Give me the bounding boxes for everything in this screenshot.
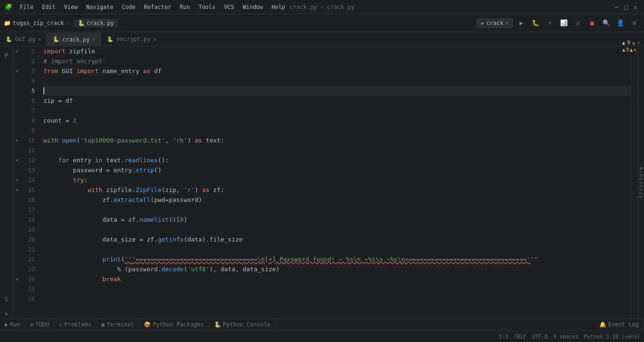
avatar-button[interactable]: 👤 bbox=[615, 17, 626, 29]
maximize-button[interactable]: □ bbox=[622, 3, 630, 11]
code-line-6: zip = df bbox=[43, 96, 631, 106]
tab-gui-icon: 🐍 bbox=[6, 36, 12, 42]
line-number-21: 21 bbox=[23, 244, 38, 254]
tab-encrypt-close[interactable]: ✕ bbox=[153, 37, 156, 42]
close-button[interactable]: ✕ bbox=[632, 3, 639, 11]
line-numbers: 1234567891011121314151617181920212223242… bbox=[23, 46, 40, 318]
cursor-position[interactable]: 5:1 bbox=[499, 334, 508, 340]
problems-tab[interactable]: ⚠ Problems bbox=[54, 319, 97, 331]
minimize-button[interactable]: ─ bbox=[613, 3, 620, 11]
code-line-19 bbox=[43, 225, 631, 234]
favorites-sidebar-icon[interactable]: ★ bbox=[1, 308, 12, 318]
terminal-tab[interactable]: ▣ Terminal bbox=[97, 319, 139, 331]
tab-encrypt[interactable]: 🐍 encrypt.py ✕ bbox=[101, 33, 162, 46]
run-tab-icon: ▶ bbox=[5, 321, 8, 328]
event-log-tab[interactable]: 🔔 Event Log bbox=[594, 319, 644, 331]
tab-crack-icon: 🐍 bbox=[53, 36, 59, 42]
code-line-16: zf.extractall(pwd=password) bbox=[43, 195, 631, 205]
code-line-23: % (password.decode('utf8'), data, data_s… bbox=[43, 264, 631, 274]
code-line-14: try: bbox=[43, 175, 631, 185]
editor-tabs: 🐍 GUI.py ✕ 🐍 crack.py ✕ 🐍 encrypt.py ✕ ▲… bbox=[0, 32, 644, 46]
settings-button[interactable]: ⚙ bbox=[629, 17, 640, 29]
line-number-14: 14 bbox=[23, 175, 38, 185]
menu-refactor[interactable]: Refactor bbox=[140, 3, 175, 11]
coverage-button[interactable]: ⚡ bbox=[544, 17, 555, 29]
line-number-1: 1 bbox=[23, 46, 38, 56]
window-title: crack.py - crack.py bbox=[289, 4, 354, 10]
search-button[interactable]: 🔍 bbox=[601, 17, 612, 29]
python-packages-tab[interactable]: 📦 Python Packages bbox=[139, 319, 209, 331]
line-number-26: 26 bbox=[23, 294, 38, 304]
window-controls: ─ □ ✕ bbox=[613, 3, 639, 11]
gutter-item-14[interactable]: ▼ bbox=[13, 175, 21, 185]
gutter-item-12[interactable]: ▼ bbox=[13, 155, 21, 165]
line-number-22: 22 bbox=[23, 254, 38, 264]
code-line-11 bbox=[43, 145, 631, 155]
menu-run[interactable]: Run bbox=[176, 3, 194, 11]
profile-button[interactable]: 📊 bbox=[558, 17, 570, 29]
rerun-button[interactable]: ↺ bbox=[572, 17, 584, 29]
code-line-4 bbox=[43, 76, 631, 86]
indent-setting[interactable]: 4 spaces bbox=[553, 334, 578, 340]
run-tab[interactable]: ▶ Run bbox=[0, 319, 25, 331]
code-line-10: with open('top10000-password.txt', 'rb')… bbox=[43, 135, 631, 145]
menu-window[interactable]: Window bbox=[239, 3, 267, 11]
gutter-item-15[interactable]: ▼ bbox=[13, 185, 21, 195]
menu-view[interactable]: View bbox=[60, 3, 82, 11]
menu-file[interactable]: File bbox=[16, 3, 37, 11]
line-number-25: 25 bbox=[23, 284, 38, 294]
gutter-item-18 bbox=[13, 215, 21, 225]
gutter-item-3[interactable]: ▼ bbox=[13, 66, 21, 76]
code-line-21 bbox=[43, 244, 631, 254]
code-gutter: ▼▼▼▼▼▼▼ bbox=[13, 46, 23, 318]
tab-encrypt-icon: 🐍 bbox=[107, 36, 114, 42]
todo-tab[interactable]: ≡ TODO bbox=[25, 319, 54, 331]
code-line-5 bbox=[43, 86, 631, 96]
gutter-item-20 bbox=[13, 234, 21, 244]
line-number-4: 4 bbox=[23, 76, 38, 86]
gutter-item-10[interactable]: ▼ bbox=[13, 135, 21, 145]
python-interpreter[interactable]: Python 3.10 (venv) bbox=[584, 334, 640, 340]
structure-panel[interactable]: Structure bbox=[637, 46, 644, 318]
problems-tab-label: Problems bbox=[64, 321, 91, 328]
tab-gui[interactable]: 🐍 GUI.py ✕ bbox=[0, 33, 47, 46]
editor-scrollbar[interactable]: ▲ 9 ▲ ▾ bbox=[631, 46, 637, 318]
run-button[interactable]: ▶ bbox=[516, 17, 527, 29]
menu-tools[interactable]: Tools bbox=[195, 3, 219, 11]
encoding[interactable]: UTF-8 bbox=[532, 334, 548, 340]
code-editor[interactable]: import zipfile# import encryptfrom GUI i… bbox=[40, 46, 631, 318]
stop-button[interactable]: ■ bbox=[586, 17, 598, 29]
gutter-item-24[interactable]: ▼ bbox=[13, 274, 21, 284]
title-bar: 🧩 File Edit View Navigate Code Refactor … bbox=[0, 0, 644, 14]
menu-code[interactable]: Code bbox=[118, 3, 140, 11]
terminal-tab-label: Terminal bbox=[107, 321, 134, 328]
tab-gui-close[interactable]: ✕ bbox=[38, 37, 41, 42]
run-configuration[interactable]: ▶ crack ▾ bbox=[477, 18, 513, 28]
line-number-20: 20 bbox=[23, 234, 38, 244]
line-number-17: 17 bbox=[23, 205, 38, 215]
gutter-item-17 bbox=[13, 205, 21, 215]
gutter-item-1[interactable]: ▼ bbox=[13, 46, 21, 56]
code-line-12: for entry in text.readlines(): bbox=[43, 155, 631, 165]
code-line-17 bbox=[43, 205, 631, 215]
warning-triangle-icon: ▲ bbox=[622, 47, 625, 52]
debug-button[interactable]: 🐛 bbox=[530, 17, 541, 29]
code-line-26 bbox=[43, 294, 631, 304]
line-number-12: 12 bbox=[23, 155, 38, 165]
warnings-indicator[interactable]: ▲ 9 ▲ ▾ bbox=[622, 40, 644, 46]
gutter-item-2 bbox=[13, 56, 21, 66]
line-ending[interactable]: CRLF bbox=[514, 334, 527, 340]
menu-navigate[interactable]: Navigate bbox=[83, 3, 117, 11]
line-number-8: 8 bbox=[23, 116, 38, 125]
project-name[interactable]: tugas_zip_crack bbox=[13, 20, 64, 26]
python-console-tab[interactable]: 🐍 Python Console bbox=[209, 319, 276, 331]
menu-vcs[interactable]: VCS bbox=[220, 3, 238, 11]
line-number-6: 6 bbox=[23, 96, 38, 106]
menu-help[interactable]: Help bbox=[268, 3, 289, 11]
tab-crack-close[interactable]: ✕ bbox=[92, 37, 95, 42]
structure-sidebar-icon[interactable]: S bbox=[1, 294, 12, 304]
project-sidebar-icon[interactable]: P bbox=[1, 50, 12, 60]
tab-crack[interactable]: 🐍 crack.py ✕ bbox=[47, 33, 101, 46]
gutter-item-26 bbox=[13, 294, 21, 304]
menu-edit[interactable]: Edit bbox=[38, 3, 59, 11]
